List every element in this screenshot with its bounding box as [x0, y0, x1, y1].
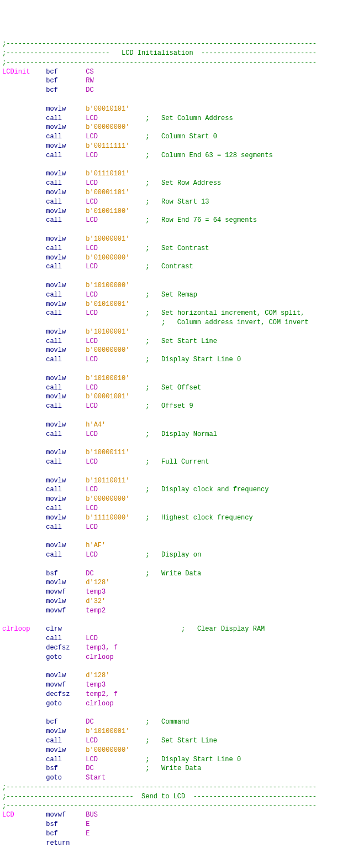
operand: LCD [86, 245, 98, 252]
code-line [2, 560, 356, 569]
comment: ;-------------------------------- Send t… [2, 793, 317, 801]
operand: DC [86, 765, 93, 772]
code-line: movlw b'01000000' [2, 253, 356, 263]
comment: ; Display on [145, 551, 201, 559]
mnemonic: call [46, 198, 62, 206]
comment: ; Display clock and frequency [145, 486, 268, 493]
operand: LCD [86, 458, 98, 466]
operand: LCD [86, 152, 98, 159]
mnemonic: call [46, 756, 62, 763]
operand: LCD [86, 337, 98, 345]
mnemonic: bcf [46, 68, 58, 76]
comment: ; Set Column Address [145, 115, 233, 122]
code-line: movlw b'10100001' [2, 328, 356, 337]
mnemonic: call [46, 384, 62, 392]
code-line [2, 160, 356, 170]
mnemonic: movwf [46, 588, 66, 596]
mnemonic: movlw [46, 579, 66, 586]
comment: ; Set Remap [145, 291, 197, 299]
code-line: decfsz temp2, f [2, 690, 356, 699]
mnemonic: call [46, 635, 62, 642]
code-line: movlw b'01001100' [2, 207, 356, 216]
code-line: movlw b'00000000' [2, 495, 356, 504]
comment: ; Full Current [145, 458, 209, 466]
mnemonic: movlw [46, 282, 66, 289]
code-line: call LCD ; Display Normal [2, 430, 356, 439]
mnemonic: call [46, 523, 62, 531]
operand: b'10100010' [86, 375, 129, 382]
operand: b'01000000' [86, 254, 129, 262]
operand: b'10000001' [86, 235, 129, 243]
mnemonic: movlw [46, 123, 66, 131]
comment: ; Display Start Line 0 [145, 756, 241, 763]
operand: b'01110101' [86, 170, 129, 178]
mnemonic: movlw [46, 495, 66, 503]
code-line: goto clrloop [2, 699, 356, 709]
comment: ;---------------------------------------… [2, 40, 317, 48]
code-line: return [2, 839, 356, 848]
mnemonic: call [46, 402, 62, 410]
operand: b'00000000' [86, 123, 129, 131]
operand: temp3 [86, 681, 106, 689]
mnemonic: bcf [46, 77, 58, 85]
operand: E [86, 820, 90, 828]
operand: LCD [86, 635, 98, 642]
code-line: movlw b'00000000' [2, 123, 356, 132]
operand: LCD [86, 356, 98, 363]
mnemonic: movlw [46, 514, 66, 522]
comment: ;-------------------------- LCD Initiali… [2, 49, 317, 57]
comment: ;---------------------------------------… [2, 783, 317, 791]
operand: clrloop [86, 700, 113, 708]
code-line: call LCD ; Set Column Address [2, 114, 356, 123]
operand: LCD [86, 505, 98, 512]
code-line: call LCD ; Contrast [2, 262, 356, 272]
code-line [2, 95, 356, 105]
code-line: movlw b'10100010' [2, 374, 356, 383]
operand: b'01001100' [86, 207, 129, 215]
mnemonic: movlw [46, 375, 66, 382]
mnemonic: bsf [46, 820, 58, 828]
mnemonic: movlw [46, 235, 66, 243]
comment: ; Set horizontal increment, COM split, [145, 309, 304, 317]
code-line: call LCD ; Set Start Line [2, 337, 356, 346]
code-line: call LCD ; Display on [2, 550, 356, 560]
operand: b'10100001' [86, 328, 129, 336]
operand: Start [86, 774, 106, 782]
mnemonic: movlw [46, 672, 66, 679]
code-line: movlw b'00111111' [2, 142, 356, 151]
operand: h'AF' [86, 542, 106, 549]
comment: ;---------------------------------------… [2, 802, 317, 810]
code-line [2, 662, 356, 672]
mnemonic: goto [46, 774, 62, 782]
mnemonic: movlw [46, 449, 66, 456]
code-line: call LCD ; Column Start 0 [2, 132, 356, 142]
operand: b'00111111' [86, 142, 129, 150]
operand: E [86, 830, 90, 838]
code-line: call LCD ; Column End 63 = 128 segments [2, 151, 356, 160]
code-line: ;-------------------------------- Send t… [2, 792, 356, 802]
mnemonic: bsf [46, 765, 58, 772]
operand: temp2, f [86, 690, 118, 698]
mnemonic: call [46, 486, 62, 493]
code-line: movwf temp2 [2, 606, 356, 616]
mnemonic: movlw [46, 170, 66, 178]
mnemonic: movlw [46, 597, 66, 605]
code-line: movlw b'10000111' [2, 448, 356, 458]
mnemonic: movlw [46, 300, 66, 308]
code-line: call LCD ; Full Current [2, 458, 356, 467]
code-line: call LCD ; Offset 9 [2, 402, 356, 411]
operand: LCD [86, 402, 98, 410]
mnemonic: clrw [46, 625, 62, 633]
operand: DC [86, 718, 93, 726]
operand: b'00001001' [86, 393, 129, 401]
comment: ; Command [145, 718, 189, 726]
code-line: movwf temp3 [2, 680, 356, 690]
mnemonic: bcf [46, 86, 58, 94]
mnemonic: call [46, 133, 62, 141]
operand: temp3 [86, 588, 106, 596]
code-line: bcf E [2, 829, 356, 839]
code-line: decfsz temp3, f [2, 643, 356, 653]
operand: LCD [86, 737, 98, 745]
operand: LCD [86, 756, 98, 763]
code-line: call LCD ; Set Contrast [2, 244, 356, 253]
